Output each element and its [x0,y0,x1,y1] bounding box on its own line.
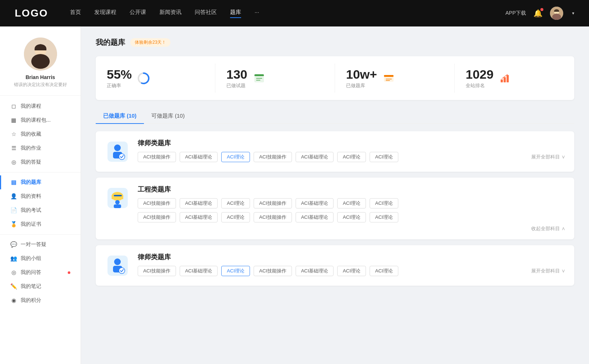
tag[interactable]: ACI技能操作 [254,266,292,276]
tag[interactable]: ACI基础理论 [296,266,334,276]
nav-question-bank[interactable]: 题库 [230,9,241,18]
sidebar-item-exam[interactable]: 📄 我的考试 [0,203,81,217]
qbank-icon-engineer [105,185,130,211]
sidebar-item-qa-answer[interactable]: ◎ 我的答疑 [0,155,81,169]
svg-rect-29 [114,204,121,208]
nav-links: 首页 发现课程 公开课 新闻资讯 问答社区 题库 ··· [70,9,505,18]
sidebar-item-group[interactable]: 👥 我的小组 [0,251,81,265]
tag[interactable]: ACI理论 [221,212,250,222]
tag[interactable]: ACI技能操作 [254,152,292,162]
tag-active[interactable]: ACI理论 [221,266,250,276]
collapse-link-engineering[interactable]: 收起全部科目 ∧ [531,225,565,232]
tag[interactable]: ACI理论 [337,266,366,276]
nav-right: APP下载 🔔 ▾ [505,7,574,20]
svg-rect-19 [507,75,509,82]
navbar: LOGO 首页 发现课程 公开课 新闻资讯 问答社区 题库 ··· APP下载 … [0,0,589,26]
tag[interactable]: ACI理论 [370,266,398,276]
tag[interactable]: ACI理论 [337,212,366,222]
sidebar-menu: ◻ 我的课程 ▦ 我的课程包... ☆ 我的收藏 ☰ 我的作业 ◎ 我的答疑 ▤ [0,96,81,311]
notes-icon: ✏️ [10,283,17,290]
sidebar-item-profile[interactable]: 👤 我的资料 [0,189,81,203]
sidebar-item-course-pkg[interactable]: ▦ 我的课程包... [0,113,81,127]
tag[interactable]: ACI基础理论 [180,266,218,276]
group-icon: 👥 [10,255,17,262]
tag[interactable]: ACI基础理论 [180,198,218,208]
stat-done-banks: 10w+ 已做题库 [335,64,455,93]
qbank-icon-lawyer [105,139,130,164]
sidebar-item-label: 我的收藏 [21,131,70,138]
nav-open-course[interactable]: 公开课 [130,9,146,18]
tags-row-eng-2: ACI技能操作 ACI基础理论 ACI理论 ACI技能操作 ACI基础理论 AC… [138,212,565,222]
svg-point-31 [114,258,121,265]
nav-more[interactable]: ··· [254,9,259,18]
sidebar-divider-2 [0,234,81,235]
tag[interactable]: ACI技能操作 [254,198,292,208]
app-download-link[interactable]: APP下载 [505,10,526,17]
tag[interactable]: ACI基础理论 [296,212,334,222]
sidebar-profile: Brian Harris 错误的决定比没有决定要好 [0,38,81,96]
sidebar-item-one-on-one[interactable]: 💬 一对一答疑 [0,238,81,251]
tag[interactable]: ACI理论 [370,212,398,222]
expand-link-lawyer1[interactable]: 展开全部科目 ∨ [531,154,565,160]
qa-notification-dot [68,271,70,274]
tab-available-banks[interactable]: 可做题库 (10) [144,109,192,124]
nav-discover[interactable]: 发现课程 [94,9,116,18]
stat-banks-label: 已做题库 [346,82,377,89]
tag[interactable]: ACI技能操作 [254,212,292,222]
nav-news[interactable]: 新闻资讯 [159,9,181,18]
page-wrapper: Brian Harris 错误的决定比没有决定要好 ◻ 我的课程 ▦ 我的课程包… [0,26,589,364]
sidebar-avatar [24,38,57,71]
sidebar-item-homework[interactable]: ☰ 我的作业 [0,141,81,155]
qbank-title-eng: 工程类题库 [138,185,565,194]
stat-done-text: 130 已做试题 [226,67,247,89]
stat-banks-icon [382,72,395,85]
stat-rank-icon [499,72,512,85]
page-title-row: 我的题库 体验剩余23天！ [96,38,574,47]
user-avatar[interactable] [550,7,563,20]
tag[interactable]: ACI基础理论 [296,198,334,208]
tab-done-banks[interactable]: 已做题库 (10) [96,109,144,124]
sidebar-item-favorites[interactable]: ☆ 我的收藏 [0,127,81,141]
tag[interactable]: ACI基础理论 [296,152,334,162]
tag[interactable]: ACI技能操作 [138,152,176,162]
sidebar-item-my-qa[interactable]: ◎ 我的问答 [0,265,81,279]
qbank-title-lawyer2: 律师类题库 [138,253,565,261]
sidebar-item-label: 我的答疑 [21,159,70,165]
sidebar-item-label: 我的小组 [21,255,70,262]
tag[interactable]: ACI技能操作 [138,266,176,276]
nav-qa[interactable]: 问答社区 [195,9,217,18]
bell-button[interactable]: 🔔 [533,9,543,18]
tag[interactable]: ACI理论 [337,198,366,208]
tag[interactable]: ACI基础理论 [180,212,218,222]
sidebar-item-points[interactable]: ◉ 我的积分 [0,293,81,307]
tag[interactable]: ACI技能操作 [138,198,176,208]
sidebar-item-notes[interactable]: ✏️ 我的笔记 [0,279,81,293]
svg-point-6 [40,46,46,49]
tags-row-lawyer2: ACI技能操作 ACI基础理论 ACI理论 ACI技能操作 ACI基础理论 AC… [138,266,565,276]
tags-row: ACI技能操作 ACI基础理论 ACI理论 ACI技能操作 ACI基础理论 AC… [138,152,565,162]
stat-accuracy-value: 55% [107,67,132,82]
qbank-card-engineering: 工程类题库 ACI技能操作 ACI基础理论 ACI理论 ACI技能操作 ACI基… [96,178,574,239]
expand-link-lawyer2[interactable]: 展开全部科目 ∨ [531,268,565,274]
tag-active[interactable]: ACI理论 [221,152,250,162]
sidebar-item-courses[interactable]: ◻ 我的课程 [0,99,81,113]
sidebar-item-certificate[interactable]: 🏅 我的证书 [0,217,81,231]
tag[interactable]: ACI基础理论 [180,152,218,162]
tag[interactable]: ACI技能操作 [138,212,176,222]
nav-home[interactable]: 首页 [70,9,81,18]
tag[interactable]: ACI理论 [221,198,250,208]
avatar-dropdown-icon[interactable]: ▾ [572,11,574,16]
sidebar-item-question-bank[interactable]: ▤ 我的题库 [0,175,81,189]
qbank-card-lawyer1: 律师类题库 ACI技能操作 ACI基础理论 ACI理论 ACI技能操作 ACI基… [96,131,574,172]
qbank-icon-lawyer2 [105,253,130,278]
stat-done-icon [253,72,266,85]
tag[interactable]: ACI理论 [370,152,398,162]
main-content: 我的题库 体验剩余23天！ 55% 正确率 130 [81,26,589,364]
sidebar-divider [0,172,81,172]
stat-done-questions: 130 已做试题 [215,64,335,93]
svg-rect-26 [112,197,123,199]
tag[interactable]: ACI理论 [370,198,398,208]
profile-icon: 👤 [10,193,17,200]
tag[interactable]: ACI理论 [337,152,366,162]
qbank-body-lawyer2: 律师类题库 ACI技能操作 ACI基础理论 ACI理论 ACI技能操作 ACI基… [138,253,565,276]
